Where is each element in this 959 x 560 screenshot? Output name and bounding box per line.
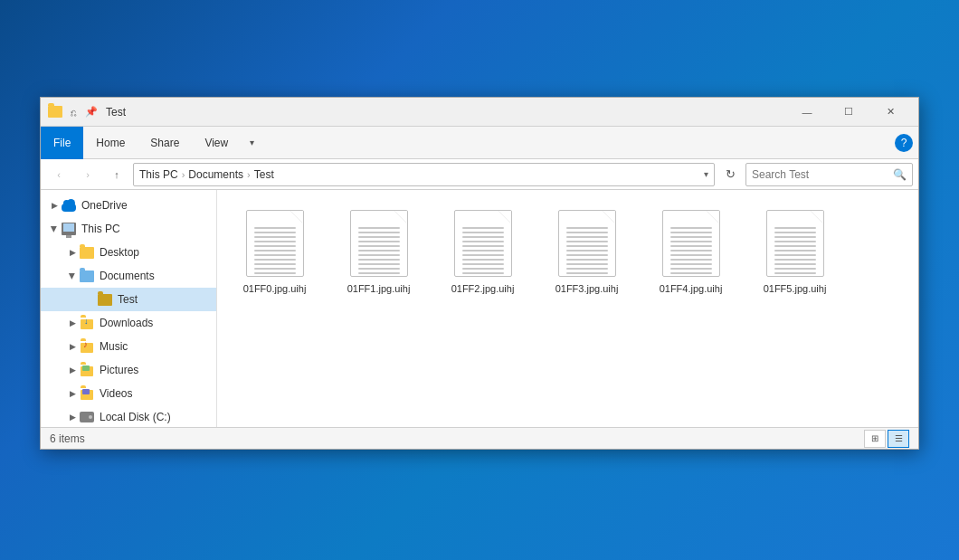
file-item-0[interactable]: 01FF0.jpg.uihj <box>232 204 318 300</box>
titlebar-undo-icon: ⎌ <box>66 105 81 119</box>
item-count: 6 items <box>50 432 864 445</box>
sidebar-item-music[interactable]: ▶ ♪ Music <box>41 335 216 358</box>
title-bar: ⎌ 📌 Test — ☐ ✕ <box>41 98 918 127</box>
file-name-2: 01FF2.jpg.uihj <box>451 282 515 295</box>
search-input[interactable] <box>752 168 893 181</box>
file-icon-4 <box>662 210 720 277</box>
file-item-3[interactable]: 01FF3.jpg.uihj <box>544 204 630 300</box>
expand-arrow-pictures: ▶ <box>66 365 79 375</box>
content-area: 01FF0.jpg.uihj 01FF1.jpg.uihj <box>217 190 918 427</box>
titlebar-folder-icon <box>48 106 62 118</box>
expand-arrow-desktop: ▶ <box>66 248 79 257</box>
file-icon-5 <box>766 210 824 277</box>
tab-home[interactable]: Home <box>83 127 138 159</box>
window-controls: — ☐ ✕ <box>786 98 911 127</box>
search-box[interactable]: 🔍 <box>745 163 913 186</box>
sidebar-label-downloads: Downloads <box>100 317 153 329</box>
file-name-1: 01FF1.jpg.uihj <box>347 282 411 295</box>
file-icon-1 <box>350 210 408 277</box>
path-item-thispc: This PC <box>139 168 178 181</box>
back-button[interactable]: ‹ <box>46 163 71 186</box>
file-icon-2 <box>454 210 512 277</box>
onedrive-icon <box>61 198 77 213</box>
main-area: ▶ OneDrive ▶ This PC ▶ Deskto <box>41 190 918 427</box>
ribbon-expand-icon[interactable]: ▾ <box>241 132 262 154</box>
sidebar-label-thispc: This PC <box>81 223 120 235</box>
expand-arrow-music: ▶ <box>66 342 79 351</box>
file-item-4[interactable]: 01FF4.jpg.uihj <box>648 204 734 300</box>
sidebar-item-desktop[interactable]: ▶ Desktop <box>41 241 216 264</box>
sidebar-label-desktop: Desktop <box>100 246 139 259</box>
address-path[interactable]: This PC › Documents › Test ▾ <box>133 163 715 186</box>
expand-arrow-localdisk: ▶ <box>66 413 79 422</box>
window-title: Test <box>106 106 786 119</box>
minimize-button[interactable]: — <box>786 98 828 127</box>
sidebar-item-pictures[interactable]: ▶ Pictures <box>41 358 216 382</box>
path-sep-2: › <box>247 169 251 180</box>
pictures-icon <box>79 363 95 377</box>
music-icon: ♪ <box>79 339 95 354</box>
ribbon: File Home Share View ▾ ? <box>41 127 918 159</box>
path-item-test: Test <box>254 168 274 181</box>
search-button[interactable]: 🔍 <box>893 168 907 181</box>
sidebar: ▶ OneDrive ▶ This PC ▶ Deskto <box>41 190 217 427</box>
file-item-1[interactable]: 01FF1.jpg.uihj <box>336 204 422 300</box>
file-name-4: 01FF4.jpg.uihj <box>660 282 723 295</box>
expand-arrow-thispc: ▶ <box>50 223 59 235</box>
status-bar: 6 items ⊞ ☰ <box>41 427 918 449</box>
sidebar-item-thispc[interactable]: ▶ This PC <box>41 217 216 241</box>
file-icon-3 <box>558 210 616 277</box>
address-dropdown-icon[interactable]: ▾ <box>704 169 708 179</box>
address-bar: ‹ › ↑ This PC › Documents › Test ▾ ↻ 🔍 <box>41 159 918 190</box>
file-item-5[interactable]: 01FF5.jpg.uihj <box>752 204 838 300</box>
file-name-0: 01FF0.jpg.uihj <box>243 282 307 295</box>
file-name-3: 01FF3.jpg.uihj <box>555 282 619 295</box>
sidebar-item-documents[interactable]: ▶ Documents <box>41 264 216 288</box>
sidebar-label-videos: Videos <box>100 387 132 400</box>
sidebar-label-documents: Documents <box>100 270 155 282</box>
title-bar-icons: ⎌ 📌 <box>48 105 99 119</box>
maximize-button[interactable]: ☐ <box>828 98 869 127</box>
expand-arrow-onedrive: ▶ <box>48 201 61 210</box>
titlebar-pin-icon: 📌 <box>84 105 99 119</box>
view-grid-button[interactable]: ⊞ <box>864 430 886 448</box>
refresh-button[interactable]: ↻ <box>718 163 742 186</box>
sidebar-item-test[interactable]: Test <box>41 288 216 311</box>
view-list-button[interactable]: ☰ <box>888 430 909 448</box>
expand-arrow-documents: ▶ <box>68 270 77 282</box>
expand-arrow-downloads: ▶ <box>66 318 79 327</box>
path-sep-1: › <box>182 169 185 180</box>
explorer-window: ⎌ 📌 Test — ☐ ✕ File Home Share View ▾ ? … <box>40 97 919 450</box>
sidebar-label-test: Test <box>118 293 138 306</box>
file-grid: 01FF0.jpg.uihj 01FF1.jpg.uihj <box>232 204 904 300</box>
downloads-icon: ↓ <box>79 316 95 330</box>
close-button[interactable]: ✕ <box>869 98 911 127</box>
localdisk-icon <box>79 410 95 424</box>
documents-icon <box>79 269 95 283</box>
sidebar-label-localdisk: Local Disk (C:) <box>100 411 171 423</box>
sidebar-label-pictures: Pictures <box>100 364 138 376</box>
sidebar-item-videos[interactable]: ▶ Videos <box>41 382 216 405</box>
tab-view[interactable]: View <box>192 127 241 159</box>
expand-arrow-videos: ▶ <box>66 389 79 398</box>
sidebar-label-music: Music <box>100 340 128 353</box>
help-button[interactable]: ? <box>895 134 913 152</box>
file-icon-0 <box>246 210 304 277</box>
tab-file[interactable]: File <box>41 127 83 159</box>
desktop-icon <box>79 245 95 260</box>
view-buttons: ⊞ ☰ <box>864 430 909 448</box>
sidebar-item-localdisk[interactable]: ▶ Local Disk (C:) <box>41 405 216 427</box>
tab-share[interactable]: Share <box>138 127 192 159</box>
path-item-documents: Documents <box>188 168 243 181</box>
up-button[interactable]: ↑ <box>104 163 129 186</box>
sidebar-item-downloads[interactable]: ▶ ↓ Downloads <box>41 311 216 335</box>
thispc-icon <box>61 222 77 236</box>
forward-button[interactable]: › <box>75 163 100 186</box>
videos-icon <box>79 386 95 401</box>
test-folder-icon <box>97 292 113 307</box>
file-name-5: 01FF5.jpg.uihj <box>764 282 827 295</box>
sidebar-item-onedrive[interactable]: ▶ OneDrive <box>41 194 216 217</box>
sidebar-label-onedrive: OneDrive <box>81 199 128 212</box>
file-item-2[interactable]: 01FF2.jpg.uihj <box>440 204 526 300</box>
